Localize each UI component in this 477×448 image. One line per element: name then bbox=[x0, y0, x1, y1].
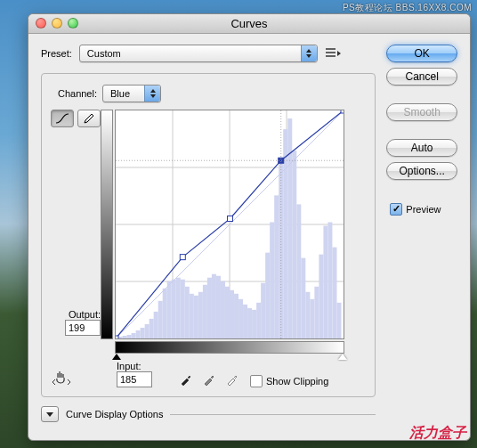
channel-value: Blue bbox=[110, 88, 130, 99]
black-point-slider[interactable] bbox=[112, 354, 121, 360]
svg-rect-16 bbox=[150, 319, 154, 338]
ok-button[interactable]: OK bbox=[386, 45, 457, 62]
output-gradient[interactable] bbox=[101, 110, 113, 339]
minimize-window-button[interactable] bbox=[52, 18, 62, 29]
curve-tool-button[interactable] bbox=[51, 110, 74, 127]
scrubby-slider-tool[interactable] bbox=[51, 368, 72, 387]
svg-rect-26 bbox=[194, 296, 198, 338]
options-button[interactable]: Options... bbox=[386, 162, 457, 180]
svg-rect-54 bbox=[319, 255, 323, 338]
svg-rect-14 bbox=[141, 328, 145, 338]
svg-rect-27 bbox=[198, 292, 203, 338]
svg-rect-41 bbox=[261, 283, 265, 338]
svg-rect-58 bbox=[336, 303, 341, 338]
svg-rect-57 bbox=[332, 248, 336, 338]
curve-fieldset: Channel: Blue bbox=[41, 73, 376, 397]
svg-rect-10 bbox=[123, 336, 127, 338]
svg-rect-35 bbox=[234, 294, 238, 338]
curve-display-toggle[interactable] bbox=[41, 406, 59, 422]
white-eyedropper[interactable] bbox=[223, 371, 241, 387]
curve-display-label: Curve Display Options bbox=[66, 409, 163, 419]
svg-rect-40 bbox=[256, 303, 261, 338]
pencil-tool-button[interactable] bbox=[77, 110, 101, 127]
svg-rect-49 bbox=[296, 204, 301, 338]
svg-rect-43 bbox=[270, 222, 274, 338]
svg-rect-39 bbox=[252, 310, 256, 338]
svg-rect-55 bbox=[323, 226, 327, 338]
svg-rect-24 bbox=[185, 287, 190, 338]
smooth-button[interactable]: Smooth bbox=[386, 103, 457, 121]
input-label: Input: bbox=[117, 361, 152, 371]
select-arrows-icon bbox=[301, 45, 317, 61]
svg-rect-60 bbox=[116, 336, 118, 338]
svg-rect-61 bbox=[180, 255, 185, 260]
show-clipping-checkbox[interactable] bbox=[250, 375, 263, 387]
preset-select[interactable]: Custom bbox=[79, 45, 318, 62]
watermark-bottom: 活力盒子 bbox=[409, 424, 466, 443]
svg-rect-19 bbox=[163, 289, 167, 338]
svg-rect-25 bbox=[190, 294, 194, 338]
svg-rect-37 bbox=[243, 305, 247, 338]
svg-rect-18 bbox=[158, 301, 163, 338]
channel-select[interactable]: Blue bbox=[102, 85, 161, 102]
show-clipping-label: Show Clipping bbox=[266, 376, 328, 387]
preset-label: Preset: bbox=[41, 48, 72, 59]
auto-button[interactable]: Auto bbox=[386, 139, 457, 157]
svg-rect-50 bbox=[301, 258, 305, 338]
title-bar: Curves bbox=[28, 14, 470, 34]
svg-rect-20 bbox=[167, 281, 172, 338]
curve-graph[interactable] bbox=[115, 110, 344, 339]
svg-rect-23 bbox=[181, 280, 185, 338]
svg-rect-31 bbox=[216, 276, 221, 338]
input-input[interactable] bbox=[117, 371, 152, 387]
svg-rect-32 bbox=[221, 281, 225, 338]
preset-menu-icon[interactable] bbox=[325, 46, 341, 61]
svg-rect-38 bbox=[247, 308, 252, 338]
svg-rect-21 bbox=[172, 280, 176, 338]
preset-value: Custom bbox=[87, 48, 121, 59]
svg-rect-56 bbox=[327, 222, 332, 338]
svg-rect-12 bbox=[132, 333, 136, 338]
svg-rect-29 bbox=[207, 278, 212, 338]
output-label: Output: bbox=[51, 309, 101, 320]
preview-label: Preview bbox=[406, 204, 441, 215]
cancel-button[interactable]: Cancel bbox=[386, 68, 457, 86]
curves-dialog: Curves Preset: Custom Channel: bbox=[28, 13, 471, 441]
zoom-window-button[interactable] bbox=[68, 18, 78, 29]
channel-label: Channel: bbox=[51, 88, 97, 99]
window-title: Curves bbox=[230, 17, 267, 30]
svg-rect-33 bbox=[225, 287, 230, 338]
gray-eyedropper[interactable] bbox=[200, 371, 218, 387]
divider bbox=[170, 414, 376, 415]
svg-rect-53 bbox=[314, 287, 319, 338]
svg-rect-51 bbox=[305, 292, 310, 338]
svg-rect-28 bbox=[203, 285, 207, 338]
svg-rect-62 bbox=[228, 216, 233, 221]
svg-rect-48 bbox=[292, 151, 296, 338]
svg-rect-22 bbox=[176, 278, 181, 338]
svg-rect-44 bbox=[274, 195, 279, 338]
svg-rect-13 bbox=[136, 330, 141, 338]
white-point-slider[interactable] bbox=[338, 354, 347, 360]
svg-rect-64 bbox=[341, 110, 344, 113]
close-window-button[interactable] bbox=[36, 18, 46, 29]
select-arrows-icon bbox=[144, 86, 160, 102]
output-input[interactable] bbox=[65, 320, 101, 336]
svg-rect-42 bbox=[265, 253, 270, 338]
black-eyedropper[interactable] bbox=[177, 371, 195, 387]
svg-rect-17 bbox=[154, 312, 158, 338]
preview-checkbox[interactable] bbox=[390, 203, 402, 216]
svg-rect-15 bbox=[145, 324, 150, 338]
svg-rect-34 bbox=[230, 290, 234, 338]
input-gradient[interactable] bbox=[115, 341, 344, 354]
watermark-top: PS教程论坛 BBS.16XX8.COM bbox=[343, 2, 472, 14]
svg-rect-30 bbox=[212, 274, 216, 338]
svg-rect-52 bbox=[310, 299, 314, 338]
svg-rect-36 bbox=[238, 299, 243, 338]
svg-rect-11 bbox=[127, 335, 132, 338]
traffic-lights bbox=[36, 18, 78, 29]
